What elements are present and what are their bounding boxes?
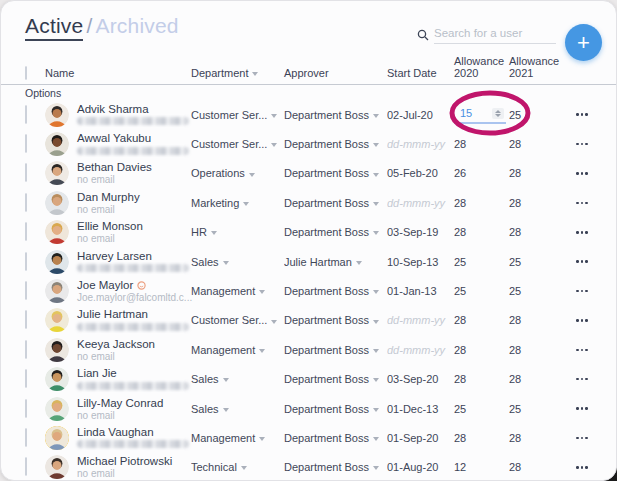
row-checkbox[interactable] — [25, 458, 45, 476]
row-menu-icon[interactable] — [566, 172, 600, 175]
allowance-2021-value[interactable]: 28 — [509, 138, 521, 150]
allowance-2020-cell[interactable]: 15 — [454, 105, 509, 124]
start-date-field[interactable]: dd-mmm-yy — [387, 138, 454, 150]
approver-select[interactable]: Department Boss — [284, 167, 387, 179]
allowance-2021-value[interactable]: 28 — [509, 344, 521, 356]
start-date-field[interactable]: 01-Aug-20 — [387, 461, 454, 473]
tab-active-users[interactable]: Active — [25, 14, 83, 41]
approver-select[interactable]: Department Boss — [284, 344, 387, 356]
user-name-cell[interactable]: Harvey Larsen no email — [45, 250, 191, 274]
allowance-2021-cell[interactable]: 28 — [509, 197, 566, 209]
department-select[interactable]: Customer Ser... — [191, 314, 284, 326]
allowance-2020-value[interactable]: 28 — [454, 138, 466, 150]
row-checkbox[interactable] — [25, 164, 45, 182]
allowance-2021-cell[interactable]: 25 — [509, 109, 566, 121]
approver-select[interactable]: Department Boss — [284, 461, 387, 473]
allowance-2020-cell[interactable]: 12 — [454, 461, 509, 473]
allowance-2020-value[interactable]: 28 — [454, 314, 466, 326]
allowance-2021-value[interactable]: 28 — [509, 373, 521, 385]
allowance-2021-value[interactable]: 25 — [509, 109, 521, 121]
approver-select[interactable]: Department Boss — [284, 138, 387, 150]
allowance-2020-value[interactable]: 28 — [454, 432, 466, 444]
row-checkbox[interactable] — [25, 106, 45, 124]
department-select[interactable]: Customer Ser... — [191, 109, 284, 121]
allowance-2021-cell[interactable]: 28 — [509, 138, 566, 150]
department-select[interactable]: Management — [191, 344, 284, 356]
allowance-2021-cell[interactable]: 28 — [509, 373, 566, 385]
allowance-2020-value[interactable]: 12 — [454, 461, 466, 473]
search-input[interactable] — [434, 25, 556, 44]
allowance-2020-value[interactable]: 28 — [454, 197, 466, 209]
start-date-field[interactable]: 03-Sep-19 — [387, 226, 454, 238]
user-name-cell[interactable]: Bethan Davies no email — [45, 161, 191, 185]
allowance-2020-input[interactable] — [454, 105, 506, 124]
user-name-cell[interactable]: Julie Hartman no email — [45, 308, 191, 332]
allowance-2020-value[interactable]: 28 — [454, 373, 466, 385]
approver-select[interactable]: Department Boss — [284, 226, 387, 238]
department-select[interactable]: Management — [191, 432, 284, 444]
approver-select[interactable]: Department Boss — [284, 197, 387, 209]
allowance-2020-value[interactable]: 26 — [454, 167, 466, 179]
allowance-2021-value[interactable]: 28 — [509, 226, 521, 238]
allowance-2021-value[interactable]: 25 — [509, 256, 521, 268]
department-select[interactable]: Sales — [191, 256, 284, 268]
allowance-2021-value[interactable]: 28 — [509, 432, 521, 444]
row-menu-icon[interactable] — [566, 378, 600, 381]
allowance-2020-cell[interactable]: 25 — [454, 285, 509, 297]
row-checkbox[interactable] — [25, 429, 45, 447]
start-date-field[interactable]: dd-mmm-yy — [387, 344, 454, 356]
select-all-checkbox[interactable] — [25, 67, 45, 79]
allowance-2021-value[interactable]: 28 — [509, 461, 521, 473]
department-select[interactable]: HR — [191, 226, 284, 238]
allowance-2021-cell[interactable]: 25 — [509, 285, 566, 297]
allowance-2020-value[interactable]: 25 — [454, 256, 466, 268]
allowance-2021-value[interactable]: 28 — [509, 167, 521, 179]
department-select[interactable]: Management — [191, 285, 284, 297]
user-name-cell[interactable]: Awwal Yakubu no email — [45, 132, 191, 156]
number-spinner-icon[interactable] — [492, 108, 504, 119]
user-name-cell[interactable]: Lilly-May Conrad no email — [45, 397, 191, 421]
allowance-2020-value[interactable]: 28 — [454, 226, 466, 238]
allowance-2020-value[interactable]: 25 — [454, 285, 466, 297]
row-checkbox[interactable] — [25, 135, 45, 153]
tab-archived-users[interactable]: Archived — [95, 14, 178, 37]
row-checkbox[interactable] — [25, 282, 45, 300]
allowance-2021-cell[interactable]: 28 — [509, 226, 566, 238]
row-menu-icon[interactable] — [566, 466, 600, 469]
allowance-2021-cell[interactable]: 25 — [509, 256, 566, 268]
row-menu-icon[interactable] — [566, 231, 600, 234]
row-checkbox[interactable] — [25, 311, 45, 329]
start-date-field[interactable]: 01-Jan-13 — [387, 285, 454, 297]
start-date-field[interactable]: 02-Jul-20 — [387, 109, 454, 121]
user-name-cell[interactable]: Keeya Jackson no email — [45, 338, 191, 362]
approver-select[interactable]: Department Boss — [284, 373, 387, 385]
allowance-2020-value[interactable]: 28 — [454, 344, 466, 356]
allowance-2021-cell[interactable]: 28 — [509, 344, 566, 356]
column-department[interactable]: Department — [191, 67, 284, 79]
start-date-field[interactable]: 01-Sep-20 — [387, 432, 454, 444]
allowance-2021-cell[interactable]: 28 — [509, 167, 566, 179]
allowance-2020-cell[interactable]: 28 — [454, 344, 509, 356]
start-date-field[interactable]: 10-Sep-13 — [387, 256, 454, 268]
row-checkbox[interactable] — [25, 194, 45, 212]
allowance-2021-value[interactable]: 28 — [509, 197, 521, 209]
allowance-2021-cell[interactable]: 28 — [509, 314, 566, 326]
row-checkbox[interactable] — [25, 223, 45, 241]
user-name-cell[interactable]: Advik Sharma no email — [45, 103, 191, 127]
department-select[interactable]: Sales — [191, 403, 284, 415]
department-select[interactable]: Technical — [191, 461, 284, 473]
row-menu-icon[interactable] — [566, 113, 600, 116]
allowance-2020-cell[interactable]: 28 — [454, 226, 509, 238]
user-name-cell[interactable]: Ellie Monson no email — [45, 220, 191, 244]
user-name-cell[interactable]: Dan Murphy no email — [45, 191, 191, 215]
allowance-2021-value[interactable]: 25 — [509, 285, 521, 297]
allowance-2021-cell[interactable]: 28 — [509, 461, 566, 473]
row-menu-icon[interactable] — [566, 349, 600, 352]
start-date-field[interactable]: dd-mmm-yy — [387, 314, 454, 326]
allowance-2021-value[interactable]: 28 — [509, 314, 521, 326]
approver-select[interactable]: Department Boss — [284, 432, 387, 444]
approver-select[interactable]: Department Boss — [284, 403, 387, 415]
start-date-field[interactable]: dd-mmm-yy — [387, 197, 454, 209]
row-checkbox[interactable] — [25, 370, 45, 388]
allowance-2020-cell[interactable]: 28 — [454, 314, 509, 326]
